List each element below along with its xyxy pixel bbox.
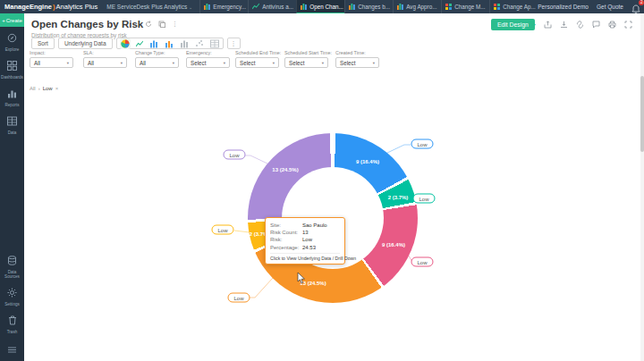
filter-value: All — [140, 60, 146, 66]
page-title: Open Changes by Risk — [31, 19, 143, 29]
drill-breadcrumb: All › Low × — [30, 86, 58, 91]
tab-label: Change M... — [454, 4, 485, 10]
notification-badge: 2 — [639, 0, 644, 5]
sidebar-item-dashboards[interactable]: Dashboards — [0, 55, 24, 82]
edit-design-button[interactable]: Edit Design — [491, 19, 535, 30]
plus-icon: + — [2, 18, 5, 23]
export-icon[interactable] — [560, 21, 568, 29]
filter-label: Change Type: — [135, 50, 179, 55]
get-quote-link[interactable]: Get Quote — [597, 4, 623, 10]
slice-callout-label[interactable]: Low — [223, 150, 245, 160]
tab-label: Change Ap... — [503, 4, 535, 10]
breadcrumb-separator: › — [38, 86, 40, 91]
link-icon[interactable] — [576, 21, 584, 29]
workspace-name: ME ServiceDesk Plus Analytics — [106, 4, 187, 10]
filter-value: Select — [289, 60, 305, 66]
bar-chart-icon — [301, 3, 307, 11]
filter-change-type: Change Type:All▾ — [135, 50, 179, 68]
create-button[interactable]: + Create — [0, 13, 24, 27]
notifications-bell-icon[interactable]: 2 — [631, 2, 640, 12]
slice-value-label: 9 (16.4%) — [356, 159, 379, 164]
tab-avg-appro[interactable]: Avg Appro... — [393, 0, 441, 13]
slice-value-label: 2 (3.7%) — [388, 195, 409, 200]
slice-callout-label[interactable]: Low — [227, 293, 250, 303]
breadcrumb-root[interactable]: All — [30, 86, 36, 91]
filter-label: SLA: — [83, 50, 127, 55]
tooltip-footer: Click to View Underlying Data / Drill Do… — [270, 253, 340, 261]
sidebar-item-reports[interactable]: Reports — [0, 82, 24, 110]
bar-chart-gray-icon[interactable] — [179, 38, 190, 49]
print-icon[interactable] — [608, 21, 616, 29]
sidebar-item-settings[interactable]: Settings — [0, 281, 24, 309]
tab-change-m[interactable]: Change M... — [441, 0, 489, 13]
tooltip-row-percentage: Percentage:24.53 — [270, 244, 340, 251]
filter-value: Select — [191, 60, 207, 66]
toolbar-more-icon[interactable]: ⋮ — [227, 38, 241, 49]
filter-dropdown-change-type[interactable]: All▾ — [135, 57, 179, 68]
filter-label: Impact: — [30, 50, 73, 55]
filter-dropdown-emergency[interactable]: Select▾ — [186, 57, 230, 68]
underlying-data-button[interactable]: Underlying Data — [58, 38, 113, 49]
copy-icon[interactable] — [158, 21, 165, 28]
tooltip-row-label: Site: — [270, 222, 302, 229]
line-chart-icon[interactable] — [135, 39, 144, 48]
filter-created-time: Created Time:Select▾ — [335, 50, 379, 68]
table-chart-icon[interactable] — [209, 38, 220, 49]
vertical-scrollbar[interactable] — [640, 13, 644, 361]
filter-label: Scheduled End Time: — [235, 50, 281, 55]
tab-label: Changes b... — [358, 4, 390, 10]
add-icon[interactable]: + — [530, 21, 536, 29]
collapse-sidebar-icon[interactable] — [8, 337, 16, 361]
comment-icon[interactable] — [592, 21, 600, 29]
slice-value-label: 9 (16.4%) — [382, 242, 405, 248]
fullscreen-icon[interactable] — [624, 21, 632, 29]
refresh-icon[interactable] — [145, 21, 152, 28]
sidebar-item-data[interactable]: Data — [0, 110, 24, 138]
slice-callout-label[interactable]: Low — [411, 257, 433, 267]
chevron-down-icon: ▾ — [121, 61, 123, 65]
filter-dropdown-impact[interactable]: All▾ — [30, 57, 73, 68]
settings-icon — [7, 285, 17, 301]
share-icon[interactable] — [544, 21, 552, 29]
combo-chart-icon[interactable] — [164, 38, 174, 49]
tab-emergency[interactable]: Emergency... — [199, 0, 248, 13]
filter-dropdown-scheduled-end-time[interactable]: Select▾ — [235, 57, 279, 68]
workspace-selector[interactable]: ME ServiceDesk Plus Analytics ⌄ — [103, 4, 199, 10]
filter-label: Created Time: — [335, 50, 379, 55]
scatter-chart-icon[interactable] — [194, 38, 205, 49]
report-canvas: Open Changes by Risk ⋮ Distribution of c… — [24, 13, 644, 361]
column-chart-icon[interactable] — [148, 38, 159, 49]
sidebar-item-trash[interactable]: Trash — [0, 309, 24, 337]
sidebar-item-data-sources[interactable]: Data Sources — [0, 249, 24, 281]
kebab-icon: ⋮ — [231, 40, 237, 47]
chevron-down-icon: ▾ — [322, 61, 324, 65]
bar-chart-icon — [349, 3, 355, 11]
brand-bracket: ) — [53, 3, 55, 11]
slice-callout-label[interactable]: Low — [211, 225, 233, 235]
breadcrumb-remove-icon[interactable]: × — [55, 86, 59, 91]
slice-callout-label[interactable]: Low — [411, 139, 433, 149]
personalized-demo-link[interactable]: Personalized Demo — [538, 4, 589, 10]
filter-dropdown-created-time[interactable]: Select▾ — [335, 57, 379, 68]
tab-antivirus-a[interactable]: Antivirus a... — [248, 0, 296, 13]
filter-dropdown-scheduled-start-time[interactable]: Select▾ — [284, 57, 328, 68]
tab-open-chan[interactable]: Open Chan...× — [296, 0, 344, 13]
sidebar-item-explore[interactable]: Explore — [0, 27, 24, 55]
tab-changes-b[interactable]: Changes b... — [344, 0, 393, 13]
tab-change-ap[interactable]: Change Ap... — [489, 0, 538, 13]
slice-callout-label[interactable]: Low — [412, 194, 435, 204]
more-options-icon[interactable]: ⋮ — [172, 21, 178, 28]
tooltip-row-risk: Risk:Low — [270, 236, 340, 243]
pie-chart-icon[interactable] — [120, 38, 131, 49]
filter-sla: SLA:All▾ — [83, 50, 127, 68]
chevron-down-icon: ▾ — [173, 61, 174, 65]
filter-dropdown-sla[interactable]: All▾ — [83, 57, 127, 68]
sidebar-item-label: Data — [8, 130, 17, 135]
sort-button[interactable]: Sort — [31, 38, 55, 49]
filter-scheduled-start-time: Scheduled Start Time:Select▾ — [284, 50, 332, 68]
tab-label: Antivirus a... — [262, 4, 293, 10]
filter-impact: Impact:All▾ — [30, 50, 73, 68]
tooltip-row-label: Percentage: — [270, 244, 302, 251]
scrollbar-thumb[interactable] — [640, 76, 644, 152]
sidebar-item-label: Data Sources — [0, 270, 24, 279]
